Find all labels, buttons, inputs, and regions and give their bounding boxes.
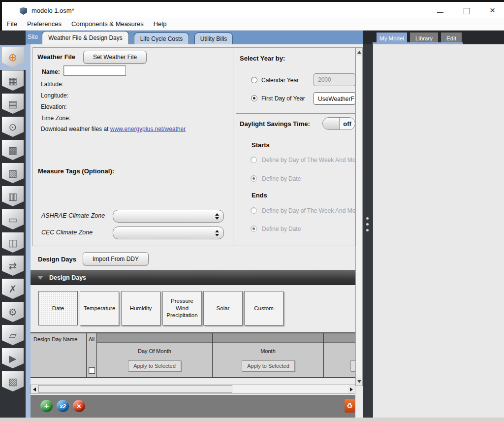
- vertical-scrollbar[interactable]: [355, 47, 363, 386]
- cube-icon: ◫: [8, 238, 18, 248]
- apply-to-selected-button-partial[interactable]: Apply to Selected: [350, 360, 355, 371]
- right-arrow-icon: [350, 388, 353, 391]
- ends-by-week-label: Define by Day of The Week And Mo: [262, 207, 355, 214]
- horizontal-scroll-thumb[interactable]: [38, 385, 232, 393]
- horizontal-scrollbar[interactable]: [31, 385, 355, 394]
- dst-toggle[interactable]: off: [322, 117, 355, 130]
- spinner-arrows-icon: [215, 230, 219, 236]
- menu-preferences[interactable]: Preferences: [27, 20, 62, 28]
- select-year-heading: Select Year by:: [240, 55, 285, 62]
- starts-by-week-label: Define by Day of The Week And Mo: [262, 157, 355, 163]
- outlet-icon: ⊙: [9, 122, 17, 132]
- cube-grid-icon: ▩: [8, 145, 18, 155]
- purge-trash-icon[interactable]: ♻: [345, 399, 355, 413]
- dd-tab-line: Wind: [176, 305, 189, 312]
- section-separator: [236, 113, 355, 114]
- calendar-year-radio[interactable]: [251, 77, 257, 83]
- ends-by-date-label: Define by Date: [262, 226, 301, 232]
- dd-tab-humidity[interactable]: Humidity: [121, 291, 160, 325]
- loop-arrows-icon: ⇄: [9, 261, 17, 271]
- spinner-arrows-icon: [215, 213, 219, 220]
- weather-name-input[interactable]: [63, 65, 126, 76]
- gear-icon: ⚙: [8, 307, 17, 317]
- chart-icon: ▨: [8, 377, 18, 387]
- name-label: Name:: [42, 68, 60, 75]
- latitude-label: Latitude:: [41, 81, 63, 88]
- longitude-label: Longitude:: [41, 92, 68, 99]
- dd-tab-temperature[interactable]: Temperature: [80, 291, 119, 325]
- calendar-year-value: 2000: [318, 76, 331, 83]
- globe-icon: ⊕: [8, 52, 17, 63]
- ashrae-climate-zone-label: ASHRAE Climate Zone: [41, 212, 105, 219]
- bricks-icon: ▤: [8, 99, 18, 109]
- splitter-grip-icon: [366, 229, 369, 231]
- elevation-label: Elevation:: [41, 103, 67, 110]
- scroll-down-button[interactable]: [356, 377, 362, 386]
- set-weather-file-button[interactable]: Set Weather File: [83, 51, 147, 64]
- column-group-strip: [324, 333, 355, 343]
- minimize-button[interactable]: [437, 12, 443, 13]
- left-arrow-icon: [33, 388, 36, 391]
- x-icon: ✗: [9, 284, 17, 294]
- starts-by-date-label: Define by Date: [262, 175, 301, 182]
- dd-tab-solar[interactable]: Solar: [203, 291, 243, 325]
- toggle-knob-icon: [323, 118, 340, 130]
- apply-to-selected-button[interactable]: Apply to Selected: [128, 360, 181, 371]
- tab-utility-bills[interactable]: Utility Bills: [194, 32, 233, 44]
- blueprint-icon: ▧: [8, 168, 18, 178]
- first-day-of-year-radio[interactable]: [251, 95, 257, 101]
- close-button[interactable]: ×: [490, 5, 495, 16]
- building-icon: ▥: [8, 192, 18, 201]
- tab-weather-file-design-days[interactable]: Weather File & Design Days: [42, 31, 129, 44]
- tab-life-cycle-costs[interactable]: Life Cycle Costs: [134, 32, 189, 44]
- design-days-heading: Design Days: [38, 256, 76, 263]
- apply-to-selected-button[interactable]: Apply to Selected: [242, 360, 295, 371]
- up-arrow-icon: [357, 51, 361, 54]
- window-bottom-edge: [0, 418, 504, 421]
- download-weather-row: Download weather files at www.energyplus…: [41, 126, 186, 132]
- timezone-label: Time Zone:: [41, 115, 70, 122]
- column-group-strip: [97, 333, 212, 343]
- dst-ends-heading: Ends: [252, 192, 267, 199]
- design-days-collapse-bar[interactable]: Design Days: [31, 270, 355, 285]
- month-header: Month: [213, 348, 323, 354]
- day-of-month-column: Day Of Month Apply to Selected: [97, 333, 213, 377]
- design-day-name-column: Design Day Name: [31, 333, 87, 377]
- duplicate-design-day-button[interactable]: x2: [57, 400, 69, 412]
- dst-heading: Daylight Savings Time:: [240, 120, 310, 128]
- weather-download-link[interactable]: www.energyplus.net/weather: [110, 126, 186, 132]
- splitter-grip-icon: [366, 223, 369, 226]
- sidebar-accent-strip: [26, 44, 31, 418]
- menu-help[interactable]: Help: [154, 20, 167, 28]
- down-arrow-icon: [357, 380, 361, 383]
- calendar-icon: ▦: [8, 76, 18, 86]
- cec-climate-zone-label: CEC Climate Zone: [41, 229, 93, 236]
- scroll-right-button[interactable]: [348, 385, 355, 393]
- maximize-button[interactable]: [464, 8, 470, 14]
- dst-toggle-state: off: [340, 118, 355, 130]
- dst-starts-heading: Starts: [252, 141, 270, 149]
- play-icon: ▶: [9, 354, 16, 363]
- dd-tab-date[interactable]: Date: [38, 291, 78, 325]
- dd-tab-custom[interactable]: Custom: [244, 291, 284, 325]
- scroll-up-button[interactable]: [356, 48, 362, 56]
- tab-site[interactable]: Site: [28, 33, 38, 40]
- import-from-ddy-button[interactable]: Import From DDY: [83, 252, 149, 265]
- remove-design-day-button[interactable]: ×: [73, 400, 85, 412]
- first-day-of-year-select[interactable]: UseWeatherF: [314, 92, 355, 105]
- add-design-day-button[interactable]: +: [40, 400, 53, 412]
- cec-climate-zone-select[interactable]: [113, 227, 224, 239]
- script-icon: ▱: [9, 330, 16, 340]
- dd-tab-line: Precipitation: [166, 312, 197, 319]
- dd-tab-pressure-wind-precipitation[interactable]: Pressure Wind Precipitation: [162, 291, 202, 325]
- design-days-bar-title: Design Days: [49, 274, 86, 281]
- titlebar: modelo 1.osm* ×: [2, 2, 504, 18]
- ashrae-climate-zone-select[interactable]: [113, 210, 224, 223]
- select-all-checkbox[interactable]: [89, 367, 95, 374]
- menu-file[interactable]: File: [7, 20, 17, 28]
- scroll-left-button[interactable]: [31, 385, 38, 393]
- my-model-panel: [373, 44, 504, 418]
- app-logo-icon: [20, 7, 27, 15]
- all-header: All: [89, 336, 94, 342]
- menu-components-measures[interactable]: Components & Measures: [71, 20, 144, 28]
